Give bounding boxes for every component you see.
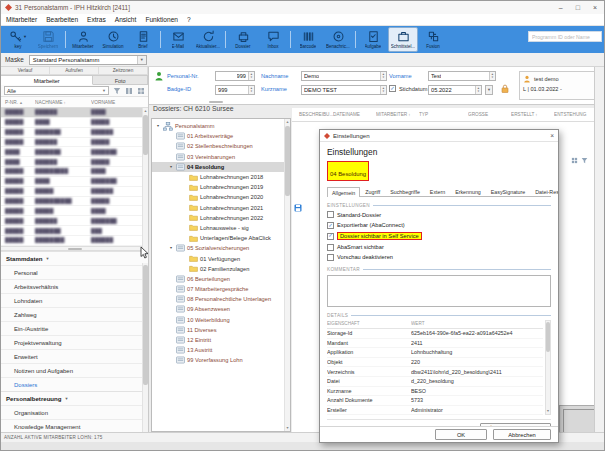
maximize-button[interactable]: □ [576, 4, 580, 11]
employee-row[interactable]: ████████████████ [1, 187, 148, 197]
filter-icon[interactable] [112, 86, 121, 95]
dossier-list-save-icon[interactable] [294, 204, 302, 212]
spinner-icon[interactable]: ▲▼ [475, 86, 481, 94]
tree-node-personalstamm[interactable]: ▼Personalstamm [152, 121, 290, 131]
personal-nr-input[interactable]: 999 ▲▼ [215, 71, 255, 81]
vorname-input[interactable]: Test ▲▼ [428, 71, 496, 81]
grid-icon[interactable] [136, 86, 145, 95]
sidebar-item-dossiers[interactable]: Dossiers [1, 377, 148, 391]
scroll-down-icon[interactable]: ▼ [546, 408, 550, 414]
employee-filter-select[interactable]: Alle ▼ [4, 86, 109, 95]
checkbox-abasmart-sichtbar[interactable] [327, 244, 334, 251]
checkbox-dossier-sichtbar-in-self-service[interactable] [327, 233, 334, 240]
tree-node-03-vereinbarungen[interactable]: 03 Vereinbarungen [152, 152, 290, 162]
tab-foto[interactable]: Foto [93, 75, 148, 85]
tab-mitarbeiter[interactable]: Mitarbeiter [1, 75, 93, 85]
menu-item-bearbeiten[interactable]: Bearbeiten [46, 16, 78, 23]
dialog-tab-extern[interactable]: Extern [425, 186, 450, 196]
employee-row[interactable]: ████████████████ [1, 138, 148, 148]
tree-node-09-absenzwesen[interactable]: 09 Absenzwesen [152, 304, 290, 314]
grid-icon[interactable] [571, 157, 578, 164]
dialog-tab-allgemein[interactable]: Allgemein [327, 187, 360, 197]
tab-verlauf[interactable]: Verlauf [1, 67, 50, 74]
employee-row[interactable]: ███████████████ [1, 108, 148, 118]
employee-row[interactable]: ████████████████ [1, 177, 148, 187]
sidebar-item-projektverwaltung[interactable]: Projektverwaltung [1, 335, 148, 349]
toolbar-button-mitarbeiter[interactable]: Mitarbeiter [68, 27, 98, 52]
tree-node-10-weiterbildung[interactable]: 10 Weiterbildung [152, 315, 290, 325]
column-header-nachname[interactable]: NACHNAME↕ [35, 100, 91, 105]
tree-node-lohnabrechnungen-2020[interactable]: Lohnabrechnungen 2020 [152, 192, 290, 202]
drag-handle[interactable] [209, 101, 223, 103]
menu-item-funktionen[interactable]: Funktionen [145, 16, 178, 23]
tree-node-06-beurteilungen[interactable]: 06 Beurteilungen [152, 274, 290, 284]
tree-node-05-sozialversicherungen[interactable]: ▼05 Sozialversicherungen [152, 243, 290, 253]
toolbar-button-inbox[interactable]: Inbox [258, 27, 288, 52]
scroll-up-icon[interactable]: ▲ [285, 119, 290, 125]
maske-select[interactable]: Standard Personalstamm ▼ [29, 55, 147, 65]
tab-aufrufen[interactable]: Aufrufen [50, 67, 99, 74]
tree-node-04-besoldung[interactable]: ▼04 Besoldung [152, 162, 290, 172]
employee-row[interactable]: ████████████████████ [1, 197, 148, 207]
menu-item-extras[interactable]: Extras [87, 16, 106, 23]
tree-node-02-familienzulagen[interactable]: 02 Familienzulagen [152, 264, 290, 274]
toolbar-button-simulation[interactable]: Simulation [98, 27, 128, 52]
tree-node-13-austritt[interactable]: 13 Austritt [152, 345, 290, 355]
dialog-tab-erkennung[interactable]: Erkennung [450, 186, 486, 196]
minimize-button[interactable]: – [559, 4, 563, 11]
column-header-erstellt[interactable]: ERSTELLT↕ [511, 112, 554, 117]
sidebar-item-organisation[interactable]: Organisation [1, 405, 148, 419]
menu-item-help[interactable]: ? [187, 16, 191, 23]
toolbar-button-brief[interactable]: Brief [128, 27, 158, 52]
tree-node-lohnabrechnungen-2018[interactable]: Lohnabrechnungen 2018 [152, 172, 290, 182]
dialog-tab-datei-restriktionen[interactable]: Datei-Restriktionen [530, 186, 558, 196]
sidebar-item-ein-austritte[interactable]: Ein-/Austritte [1, 321, 148, 335]
column-header-beschreibu[interactable]: BESCHREIBU...↕ [292, 112, 333, 117]
employee-row[interactable]: ██████████████████ [1, 216, 148, 226]
toolbar-button-schnittstel[interactable]: Schnittstel... [388, 27, 418, 52]
stichdatum-checkbox[interactable] [389, 85, 396, 92]
employee-row[interactable]: ██████████████████ [1, 147, 148, 157]
tree-node-lohnausweise-sig[interactable]: Lohnausweise - sig [152, 223, 290, 233]
column-header-p-nr[interactable]: P-NR.▲ [1, 100, 35, 105]
spinner-icon[interactable]: ▲▼ [248, 72, 254, 80]
ok-button[interactable]: OK [435, 429, 487, 440]
sidebar-scrollbar[interactable] [142, 263, 148, 432]
sidebar-item-notizen-und-aufgaben[interactable]: Notizen und Aufgaben [1, 363, 148, 377]
sidebar-item-knowledge-management[interactable]: Knowledge Management [1, 419, 148, 432]
filter-icon[interactable] [581, 157, 588, 164]
employee-row[interactable]: ██████████████ [1, 206, 148, 216]
toolbar-button-dossier[interactable]: Dossier [228, 27, 258, 52]
tree-node-11-diverses[interactable]: 11 Diverses [152, 325, 290, 335]
toolbar-button-aufgabe[interactable]: Aufgabe [358, 27, 388, 52]
tree-node-12-eintritt[interactable]: 12 Eintritt [152, 335, 290, 345]
cancel-button[interactable]: Abbrechen [493, 429, 551, 440]
checkbox-vorschau-deaktivieren[interactable] [327, 254, 334, 261]
kurzname-input[interactable]: DEMO TEST ▲▼ [301, 85, 387, 95]
stichdatum-input[interactable]: 05.2022 ▲▼ [428, 85, 482, 95]
column-header-mitarbeiter[interactable]: MITARBEITER↕ [376, 112, 419, 117]
sidebar-item-lohndaten[interactable]: Lohndaten [1, 293, 148, 307]
column-header-typ[interactable]: TYP [419, 112, 468, 117]
sidebar-item-zahlweg[interactable]: Zahlweg [1, 307, 148, 321]
tree-node-lohnabrechnungen-2019[interactable]: Lohnabrechnungen 2019 [152, 182, 290, 192]
toolbar-button-fusion[interactable]: Fusion [418, 27, 448, 52]
toolbar-button-barcode[interactable]: Barcode [293, 27, 323, 52]
sidebar-item-erweitert[interactable]: Erweitert [1, 349, 148, 363]
spinner-icon[interactable]: ▲▼ [380, 72, 386, 80]
tree-node-02-stellenbeschreibungen[interactable]: 02 Stellenbeschreibungen [152, 141, 290, 151]
badge-id-input[interactable]: 999 ▲▼ [215, 85, 255, 95]
toolbar-button-key[interactable]: ▼key [3, 27, 33, 52]
program-search-input[interactable] [528, 31, 602, 42]
tree-node-07-mitarbeitergespr-che[interactable]: 07 Mitarbeitergespräche [152, 284, 290, 294]
employee-row[interactable]: ███████████████████ [1, 236, 148, 246]
spinner-icon[interactable]: ▲▼ [489, 72, 495, 80]
spinner-icon[interactable]: ▲▼ [248, 86, 254, 94]
menu-item-ansicht[interactable]: Ansicht [115, 16, 137, 23]
employee-row[interactable]: ██████████████████ [1, 128, 148, 138]
tree-node-lohnabrechnungen-2021[interactable]: Lohnabrechnungen 2021 [152, 203, 290, 213]
employee-row[interactable]: ███████████████ [1, 157, 148, 167]
tree-node-99-vorerfassung-lohn[interactable]: 99 Vorerfassung Lohn [152, 355, 290, 365]
spinner-icon[interactable]: ▲▼ [380, 86, 386, 94]
scroll-up-icon[interactable]: ▲ [143, 108, 148, 114]
